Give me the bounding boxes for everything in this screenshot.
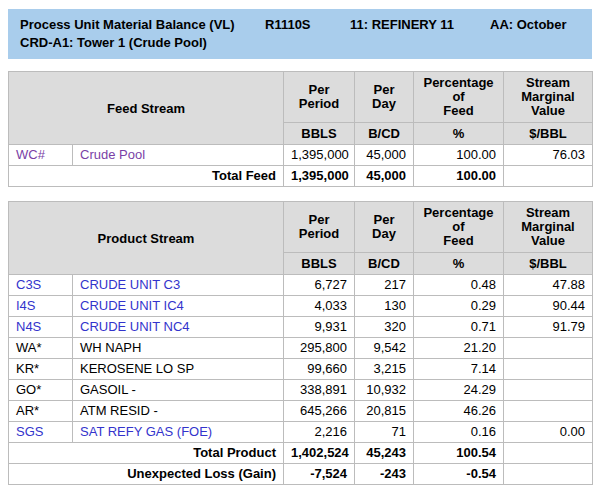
total-cell-per-day: 45,243 (355, 443, 414, 464)
cell-per-period: 338,891 (284, 380, 355, 401)
units-dollar-per-bbl: $/BBL (504, 123, 593, 145)
product-stream-table: Product Stream Per Period Per Day Percen… (8, 201, 593, 485)
cell-pct-of-feed: 24.29 (414, 380, 504, 401)
total-row: Unexpected Loss (Gain)-7,524-243-0.54 (9, 464, 593, 485)
stream-name-link[interactable]: SAT REFY GAS (FOE) (80, 424, 212, 439)
cell-marginal-value: 0.00 (504, 422, 593, 443)
report-header-bar: Process Unit Material Balance (VL) R1110… (8, 9, 592, 59)
stream-name-link[interactable]: CRUDE UNIT IC4 (80, 298, 184, 313)
total-cell-per-day: -243 (355, 464, 414, 485)
column-header-stream-marginal-value: Stream Marginal Value (504, 72, 593, 123)
cell-marginal-value: 47.88 (504, 275, 593, 296)
total-cell-pct-of-feed: 100.54 (414, 443, 504, 464)
cell-pct-of-feed: 21.20 (414, 338, 504, 359)
cell-pct-of-feed: 0.29 (414, 296, 504, 317)
total-cell-pct-of-feed: -0.54 (414, 464, 504, 485)
cell-marginal-value: 91.79 (504, 317, 593, 338)
feed-stream-column-header: Feed Stream (9, 72, 284, 145)
stream-code-link[interactable]: I4S (16, 298, 36, 313)
stream-row: C3SCRUDE UNIT C36,7272170.4847.88 (9, 275, 593, 296)
total-cell-per-period: 1,402,524 (284, 443, 355, 464)
stream-row: I4SCRUDE UNIT IC44,0331300.2990.44 (9, 296, 593, 317)
cell-per-day: 20,815 (355, 401, 414, 422)
stream-row: KR*KEROSENE LO SP99,6603,2157.14 (9, 359, 593, 380)
cell-marginal-value: 90.44 (504, 296, 593, 317)
cell-per-day: 217 (355, 275, 414, 296)
cell-per-period: 9,931 (284, 317, 355, 338)
stream-code-link[interactable]: SGS (16, 424, 43, 439)
cell-per-day: 45,000 (355, 145, 414, 166)
stream-code-label: KR* (16, 361, 39, 376)
total-row: Total Product1,402,52445,243100.54 (9, 443, 593, 464)
column-header-pct-of-feed: Percentage of Feed (414, 202, 504, 253)
total-cell-marginal-value (504, 166, 593, 187)
report-unit-subtitle: CRD-A1: Tower 1 (Crude Pool) (20, 34, 580, 52)
stream-row: N4SCRUDE UNIT NC49,9313200.7191.79 (9, 317, 593, 338)
units-bcd: B/CD (355, 123, 414, 145)
stream-code-link[interactable]: N4S (16, 319, 41, 334)
cell-pct-of-feed: 46.26 (414, 401, 504, 422)
stream-code-label: GO* (16, 382, 41, 397)
report-title: Process Unit Material Balance (VL) (20, 16, 265, 34)
units-bcd: B/CD (355, 253, 414, 275)
column-header-stream-marginal-value: Stream Marginal Value (504, 202, 593, 253)
units-percent: % (414, 253, 504, 275)
total-cell-per-period: 1,395,000 (284, 166, 355, 187)
stream-code-label: AR* (16, 403, 39, 418)
cell-pct-of-feed: 7.14 (414, 359, 504, 380)
cell-per-day: 320 (355, 317, 414, 338)
cell-per-period: 6,727 (284, 275, 355, 296)
column-header-per-period: Per Period (284, 202, 355, 253)
total-cell-pct-of-feed: 100.00 (414, 166, 504, 187)
stream-code-link[interactable]: C3S (16, 277, 41, 292)
stream-name-link[interactable]: CRUDE UNIT C3 (80, 277, 180, 292)
cell-marginal-value (504, 401, 593, 422)
cell-pct-of-feed: 0.71 (414, 317, 504, 338)
cell-per-day: 71 (355, 422, 414, 443)
cell-per-period: 99,660 (284, 359, 355, 380)
column-header-pct-of-feed: Percentage of Feed (414, 72, 504, 123)
product-stream-column-header: Product Stream (9, 202, 284, 275)
total-row: Total Feed1,395,00045,000100.00 (9, 166, 593, 187)
cell-marginal-value (504, 380, 593, 401)
stream-row: GO*GASOIL -338,89110,93224.29 (9, 380, 593, 401)
report-header-line-1: Process Unit Material Balance (VL) R1110… (20, 16, 580, 34)
stream-row: WA*WH NAPH295,8009,54221.20 (9, 338, 593, 359)
column-header-per-day: Per Day (355, 72, 414, 123)
cell-pct-of-feed: 0.16 (414, 422, 504, 443)
cell-marginal-value (504, 359, 593, 380)
stream-row: AR*ATM RESID -645,26620,81546.26 (9, 401, 593, 422)
units-percent: % (414, 123, 504, 145)
stream-code-link[interactable]: WC# (16, 147, 45, 162)
stream-code-label: WA* (16, 340, 42, 355)
total-cell-per-period: -7,524 (284, 464, 355, 485)
cell-per-period: 645,266 (284, 401, 355, 422)
units-bbls: BBLS (284, 253, 355, 275)
total-cell-marginal-value (504, 443, 593, 464)
total-row-label: Unexpected Loss (Gain) (9, 464, 284, 485)
stream-name-link[interactable]: Crude Pool (80, 147, 145, 162)
feed-stream-table: Feed Stream Per Period Per Day Percentag… (8, 71, 593, 187)
stream-name-label: WH NAPH (80, 340, 141, 355)
cell-pct-of-feed: 0.48 (414, 275, 504, 296)
stream-name-label: ATM RESID - (80, 403, 158, 418)
cell-per-day: 3,215 (355, 359, 414, 380)
cell-per-period: 1,395,000 (284, 145, 355, 166)
stream-name-label: KEROSENE LO SP (80, 361, 194, 376)
report-run-id: R1110S (265, 16, 350, 34)
total-cell-marginal-value (504, 464, 593, 485)
feed-table-header-row: Feed Stream Per Period Per Day Percentag… (9, 72, 593, 123)
cell-per-period: 2,216 (284, 422, 355, 443)
cell-per-day: 10,932 (355, 380, 414, 401)
stream-row: SGSSAT REFY GAS (FOE)2,216710.160.00 (9, 422, 593, 443)
cell-marginal-value (504, 338, 593, 359)
stream-name-link[interactable]: CRUDE UNIT NC4 (80, 319, 190, 334)
units-bbls: BBLS (284, 123, 355, 145)
column-header-per-period: Per Period (284, 72, 355, 123)
units-dollar-per-bbl: $/BBL (504, 253, 593, 275)
report-refinery-label: 11: REFINERY 11 (350, 16, 490, 34)
stream-row: WC#Crude Pool1,395,00045,000100.0076.03 (9, 145, 593, 166)
column-header-per-day: Per Day (355, 202, 414, 253)
product-table-header-row: Product Stream Per Period Per Day Percen… (9, 202, 593, 253)
cell-per-period: 295,800 (284, 338, 355, 359)
